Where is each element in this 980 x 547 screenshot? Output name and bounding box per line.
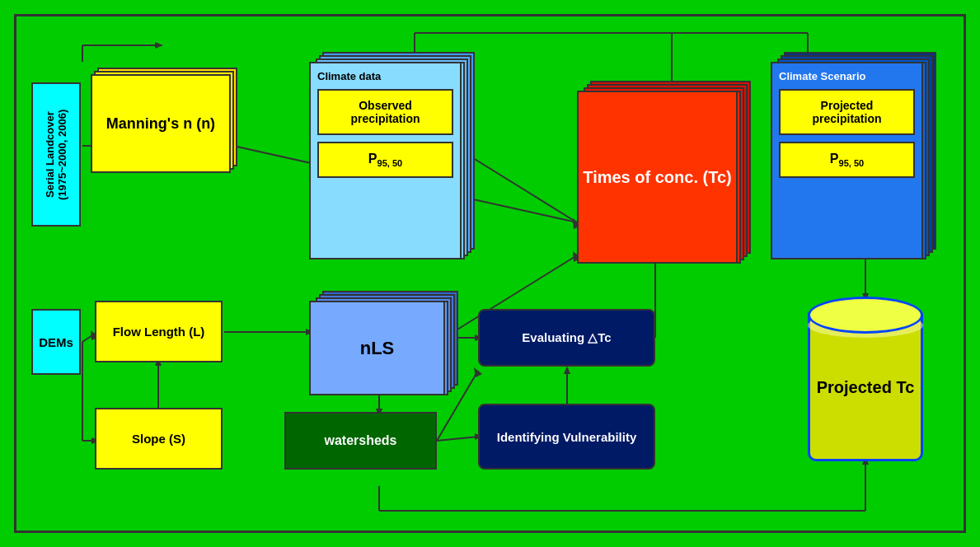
svg-line-25 [437,437,478,441]
dems-box: DEMs [31,309,81,375]
p9550-1-box: P95, 50 [317,142,453,178]
slope-box: Slope (S) [95,408,223,470]
p9550-2-label: P95, 50 [830,152,864,166]
mannings-n-label: Manning's n (n) [106,115,215,133]
evaluating-tc-box: Evaluating △Tc [478,309,655,367]
projected-precipitation-box: Projected precipitation [779,89,915,135]
nls-label: nLS [360,338,395,359]
serial-landcover-box: Serial Landcover (1975~2000, 2006) [31,82,81,227]
slope-label: Slope (S) [132,432,185,446]
svg-line-9 [82,334,95,342]
projected-tc-top [808,297,923,334]
dems-label: DEMs [39,335,73,349]
projected-tc-cylinder: Projected Tc [808,297,923,461]
projected-precipitation-label: Projected precipitation [812,99,881,125]
p9550-1-label: P95, 50 [368,152,402,166]
climate-scenario-label: Climate Scenario [779,70,915,82]
watersheds-label: watersheds [324,433,396,448]
projected-tc-label: Projected Tc [817,378,915,397]
times-of-conc-box: Times of conc. (Tc) [577,91,738,264]
watersheds-box: watersheds [284,412,437,470]
svg-marker-2 [155,42,163,49]
svg-marker-32 [564,366,570,374]
p9550-2-box: P95, 50 [779,142,915,178]
flow-length-box: Flow Length (L) [95,301,223,362]
climate-data-label: Climate data [317,70,453,82]
identifying-vulnerability-box: Identifying Vulnerability [478,404,655,470]
observed-precipitation-box: Observed precipitation [317,89,453,135]
identifying-vulnerability-label: Identifying Vulnerability [497,430,636,444]
times-of-conc-label: Times of conc. (Tc) [583,168,731,187]
svg-marker-24 [474,367,482,377]
evaluating-tc-label: Evaluating △Tc [522,330,611,345]
serial-landcover-label: Serial Landcover (1975~2000, 2006) [44,84,68,225]
flow-length-label: Flow Length (L) [113,325,205,339]
nls-box: nLS [309,301,445,395]
observed-precipitation-label: Observed precipitation [350,99,420,125]
diagram: Serial Landcover (1975~2000, 2006) Manni… [14,14,966,533]
